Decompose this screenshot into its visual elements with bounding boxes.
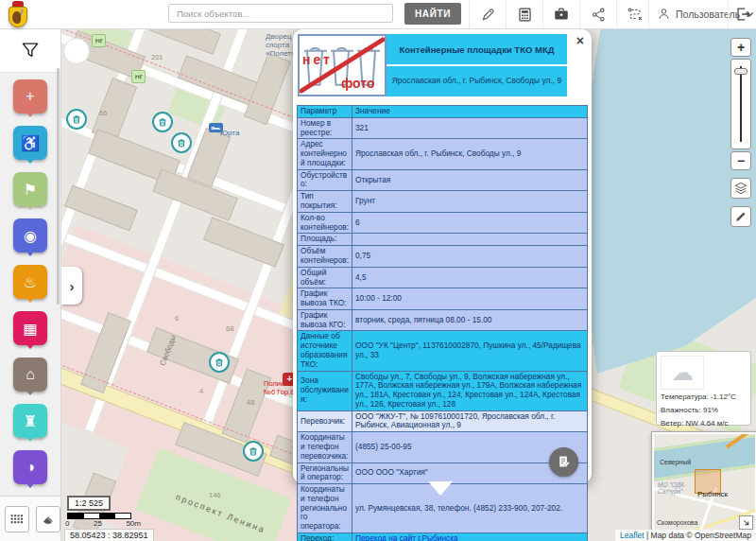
find-button[interactable]: НАЙТИ: [404, 3, 461, 25]
grid-button[interactable]: [5, 506, 29, 532]
city-site-link[interactable]: Переход на сайт г.Рыбинска: [355, 533, 458, 541]
trash-container-marker[interactable]: [209, 352, 230, 373]
sidebar-layer-accessibility[interactable]: ♿: [13, 126, 47, 160]
leaflet-link[interactable]: Leaflet: [620, 531, 644, 540]
search-input[interactable]: [168, 4, 393, 23]
scale-tick: 25: [94, 519, 102, 528]
value-cell: 4,5: [352, 267, 588, 288]
briefcase-button[interactable]: [542, 0, 579, 28]
trash-bin-icon: [176, 137, 187, 148]
trash-container-marker[interactable]: [66, 109, 87, 130]
bear-shape: [12, 11, 21, 24]
param-cell: Зона обслуживания:: [298, 371, 352, 410]
popup-header: нетфото Контейнерные площадки ТКО МКД Яр…: [298, 34, 567, 96]
popup-tail: [428, 481, 453, 496]
pencil-button[interactable]: [469, 0, 506, 28]
weather-temperature: Температура: -1.12°C: [661, 393, 747, 403]
value-cell: ООО "УК "Центр", 1137610002870, Пушкина …: [352, 331, 588, 371]
param-cell: Площадь:: [298, 234, 352, 246]
yaroslavl-coat-of-arms-logo: [9, 1, 27, 27]
table-row: Переход:Переход на сайт г.Рыбинска: [298, 533, 588, 541]
sidebar-layer-leisure[interactable]: ♨: [13, 265, 47, 299]
attribution-text: | Map data © OpenStreetMap: [644, 531, 751, 540]
scale-tick: 50m: [126, 519, 141, 528]
share-button[interactable]: [579, 0, 616, 28]
trash-bin-icon: [248, 445, 259, 457]
sidebar-scrollbar[interactable]: [57, 68, 60, 305]
param-cell: Перевозчик:: [298, 410, 352, 432]
zoom-slider[interactable]: [730, 59, 751, 149]
calculator-button[interactable]: [506, 0, 542, 28]
table-row: Кол-во контейнеров:6: [298, 212, 588, 234]
trash-container-marker[interactable]: [171, 132, 192, 153]
medical-icon: +: [26, 88, 34, 105]
topbar: НАЙТИ Пользователь: [0, 0, 756, 29]
param-cell: Адрес контейнерной площадки:: [298, 139, 352, 169]
sidebar-layer-medical[interactable]: +: [13, 79, 47, 113]
sidebar-layer-ecology[interactable]: ◑: [13, 450, 47, 484]
feature-popup: × нетфото Контейнерные площадки ТКО МКД …: [293, 29, 592, 483]
param-cell: Переход:: [298, 533, 352, 541]
edit-note-button[interactable]: [549, 447, 578, 477]
param-cell: Кол-во контейнеров:: [298, 212, 352, 234]
param-cell: Координаты и телефон регионального опера…: [298, 484, 352, 533]
minimap-toggle-button[interactable]: [739, 515, 753, 530]
trash-container-marker[interactable]: [152, 112, 173, 132]
value-cell: Открытая: [352, 169, 588, 191]
sidebar-layer-education[interactable]: ⚑: [13, 172, 47, 206]
playground-marker: [92, 34, 106, 47]
draw-button[interactable]: [730, 206, 751, 227]
layer-list: +♿⚑◉♨▦⌂♜◑: [0, 79, 60, 484]
param-cell: Координаты и телефон перевозчика:: [298, 432, 352, 462]
briefcase-icon: [553, 6, 570, 23]
minimap[interactable]: СеверныйМО "ОДК- Сатурн"РыбинскСкоморохо…: [652, 432, 756, 533]
sport-icon: ◉: [24, 227, 37, 245]
logout-button[interactable]: [728, 0, 756, 28]
no-photo-text-1: нет: [302, 52, 333, 67]
zoom-out-button[interactable]: −: [730, 151, 751, 170]
scale-tick: 0: [65, 519, 69, 528]
filter-button[interactable]: [0, 28, 60, 73]
sidebar-layer-administration[interactable]: ⌂: [13, 358, 47, 392]
trash-container-marker[interactable]: [243, 441, 264, 462]
minimap-viewport-rect[interactable]: [695, 469, 721, 494]
map-canvas[interactable]: Дворец спорта «Полет»Юрта201661996684481…: [61, 28, 756, 541]
close-icon[interactable]: ×: [576, 33, 584, 48]
popup-header-band: Контейнерные площадки ТКО МКД Ярославска…: [387, 34, 567, 96]
trash-bin-icon: [157, 116, 168, 128]
attribution: Leaflet | Map data © OpenStreetMap: [615, 530, 756, 541]
table-row: Общий объём:4,5: [298, 267, 588, 288]
map-label: 201: [151, 54, 163, 62]
table-row: График вывоза ТКО:10:00 - 12:00: [298, 288, 588, 310]
sidebar-footer: [0, 496, 60, 541]
param-cell: Региональный оператор:: [298, 462, 352, 484]
param-cell: Номер в реестре:: [298, 117, 352, 139]
value-cell: Ярославская обл., г. Рыбинск, Свободы ул…: [352, 139, 588, 169]
sidebar-expand-handle[interactable]: ›: [61, 267, 82, 305]
sidebar-layer-tourism[interactable]: ♜: [13, 404, 47, 438]
sidebar-layer-sport[interactable]: ◉: [13, 218, 47, 253]
table-row: Зона обслуживания:Свободы ул., 7, Свобод…: [298, 371, 588, 410]
table-header-row: ПараметрЗначение: [298, 106, 588, 118]
param-cell: Общий объём:: [298, 267, 352, 288]
education-icon: ⚑: [24, 181, 37, 199]
zoom-in-button[interactable]: +: [730, 38, 751, 57]
accessibility-icon: ♿: [21, 134, 40, 152]
param-cell: Тип покрытия:: [298, 191, 352, 213]
zoom-slider-knob[interactable]: [734, 68, 747, 75]
param-cell: График вывоза КГО:: [298, 309, 352, 331]
no-photo-bins-icon: нетфото: [300, 36, 385, 95]
param-cell: Объём контейнеров:: [298, 246, 352, 268]
table-row: Адрес контейнерной площадки:Ярославская …: [298, 139, 588, 169]
scale-ratio: 1:2 525: [67, 496, 111, 511]
sidebar: +♿⚑◉♨▦⌂♜◑: [0, 28, 61, 541]
eraser-button[interactable]: [36, 506, 60, 532]
popup-address: Ярославская обл., г. Рыбинск, Свободы ул…: [387, 66, 567, 95]
param-cell: Обустройство:: [298, 169, 352, 191]
minimap-label: Скоморохова: [657, 519, 697, 527]
value-cell: 0,75: [352, 246, 588, 268]
sidebar-layer-industry[interactable]: ▦: [13, 311, 47, 345]
table-row: График вывоза КГО:вторник, среда, пятниц…: [298, 309, 588, 331]
map-building: [149, 28, 221, 55]
layers-button[interactable]: [730, 178, 751, 199]
